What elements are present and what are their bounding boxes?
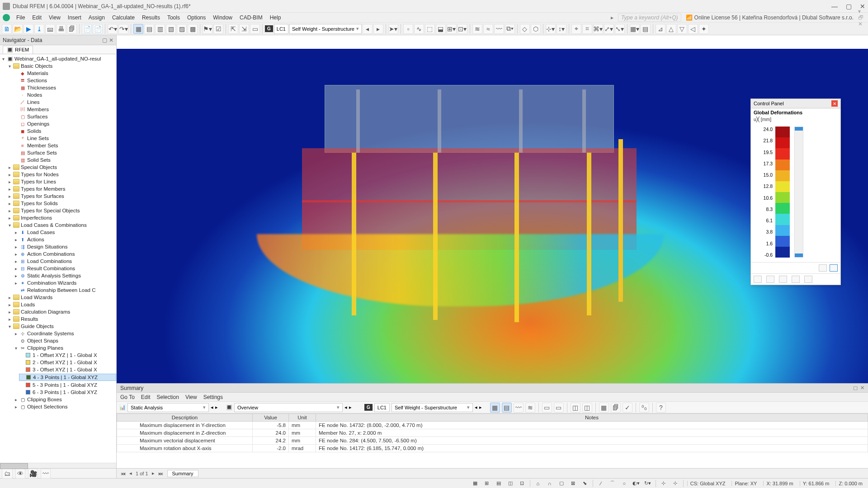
sb3-icon[interactable]: ▤	[495, 480, 503, 487]
sel1-icon[interactable]: ◇	[520, 24, 530, 34]
tree-item[interactable]: ▸Imperfections	[6, 215, 116, 221]
tree-item[interactable]: ▸⬇Load Cases	[13, 229, 116, 235]
tab-rfem[interactable]: 🔳 RFEM	[3, 46, 33, 54]
tree-item[interactable]: ▾Basic Objects	[6, 63, 116, 69]
overview-dropdown[interactable]: Overview▾	[234, 403, 343, 412]
tree-item[interactable]: ▸Special Objects	[6, 164, 116, 170]
sb9-icon[interactable]: ⊠	[569, 480, 577, 487]
res9-icon[interactable]: 〰	[494, 24, 504, 34]
tree-item[interactable]: ▸▢Object Selections	[13, 404, 116, 410]
tree-item[interactable]: ▸Types for Special Objects	[6, 207, 116, 214]
res8-icon[interactable]: ≈	[483, 24, 493, 34]
res1-icon[interactable]: ▫	[403, 24, 413, 34]
flag-icon[interactable]: ⚑▾	[203, 24, 212, 34]
s-lc-tag[interactable]: LC1	[374, 403, 390, 412]
tree-item[interactable]: ▸Results	[6, 316, 116, 322]
menu-help[interactable]: Help	[266, 13, 285, 22]
sb6-icon[interactable]: ⌂	[534, 480, 542, 487]
tree-item[interactable]: ▸Calculation Diagrams	[6, 309, 116, 315]
tree-item[interactable]: ▸⬆Actions	[13, 236, 116, 243]
preview-icon[interactable]: 🖶	[56, 24, 66, 34]
print-icon[interactable]: 🖴	[45, 24, 55, 34]
sb12-icon[interactable]: ⌒	[609, 480, 617, 487]
tree-item[interactable]: 〣Members	[13, 106, 116, 113]
view1-icon[interactable]: ▦	[133, 24, 143, 34]
cursor-icon[interactable]: ➤▾	[388, 24, 398, 34]
tree-item[interactable]: ⇄Relationship Between Load C	[13, 287, 116, 293]
summary-undock-icon[interactable]: ▢	[853, 385, 858, 391]
tree-item[interactable]: ▸⊞Load Combinations	[13, 258, 116, 264]
res4-icon[interactable]: ⬓	[436, 24, 446, 34]
table-row[interactable]: Maximum displacement in Z-direction24.0m…	[117, 429, 868, 437]
tree-item[interactable]: 5 - 3 Points | 1 - Global XYZ	[19, 382, 116, 388]
doc-icon[interactable]: 📄	[82, 24, 92, 34]
view4-icon[interactable]: ▧	[166, 24, 176, 34]
stb5-icon[interactable]: ▭	[542, 403, 552, 413]
tree-item[interactable]: ·Nodes	[13, 92, 116, 98]
summary-menu-go-to[interactable]: Go To	[120, 394, 135, 400]
tree-item[interactable]: ▸Load Wizards	[6, 294, 116, 300]
3d-viewport[interactable]: Control Panel✕ Global Deformations u╳ [m…	[117, 35, 868, 383]
tree-item[interactable]: ◻Openings	[13, 121, 116, 127]
tree-item[interactable]: ▸Loads	[6, 301, 116, 308]
menu-results[interactable]: Results	[138, 13, 164, 22]
res3-icon[interactable]: ⬚	[425, 24, 435, 34]
tree-item[interactable]: ▸Types for Solids	[6, 200, 116, 206]
tree-item[interactable]: ◆Materials	[13, 70, 116, 76]
t5-icon[interactable]: ✦	[699, 24, 709, 34]
tree-item[interactable]: ▥Solid Sets	[13, 157, 116, 163]
tree-item[interactable]: 6 - 3 Points | 1 - Global XYZ	[19, 389, 116, 395]
new-icon[interactable]: 🗎	[2, 24, 12, 34]
menu-tools[interactable]: Tools	[164, 13, 184, 22]
slprev-icon[interactable]: ◂	[475, 404, 477, 410]
tree-item[interactable]: ／Lines	[13, 99, 116, 105]
sb1-icon[interactable]: ▦	[471, 480, 479, 487]
tree-item[interactable]: ▤Surface Sets	[13, 150, 116, 156]
sb2-icon[interactable]: ⊞	[483, 480, 491, 487]
stb3-icon[interactable]: 〰	[514, 403, 524, 413]
sb14-icon[interactable]: ◐▾	[632, 480, 640, 487]
stb12-icon[interactable]: ⁰₀	[639, 403, 649, 413]
tree-item[interactable]: 4 - 3 Points | 1 - Global XYZ	[19, 374, 116, 381]
tree-item[interactable]: ▾🔳Webinar_GA-1_all-updated_NO-resul	[0, 56, 116, 62]
m5-icon[interactable]: ⤡▾	[615, 24, 625, 34]
res7-icon[interactable]: ≋	[472, 24, 482, 34]
check-icon[interactable]: ☑	[213, 24, 223, 34]
search-input[interactable]: Type a keyword (Alt+Q)	[618, 14, 681, 22]
panel-b5-icon[interactable]	[804, 276, 812, 283]
save-icon[interactable]: ▶	[24, 24, 33, 34]
table-row[interactable]: Maximum displacement in Y-direction-5.8m…	[117, 422, 868, 429]
report-icon[interactable]: 🗐	[67, 24, 77, 34]
t3-icon[interactable]: ▽	[677, 24, 687, 34]
tree-item[interactable]: 3 - Offset XYZ | 1 - Global X	[19, 366, 116, 373]
tree-item[interactable]: ▾Guide Objects	[6, 323, 116, 329]
menu-insert[interactable]: Insert	[64, 13, 85, 22]
dim2-icon[interactable]: ⇲	[239, 24, 249, 34]
stb2-icon[interactable]: ▤	[502, 403, 512, 413]
panel-b3-icon[interactable]	[779, 276, 787, 283]
tree-item[interactable]: ▸⊟Result Combinations	[13, 265, 116, 272]
tree-item[interactable]: 〓Sections	[13, 77, 116, 84]
table-row[interactable]: Maximum vectorial displacement24.2mmFE n…	[117, 437, 868, 445]
tree-item[interactable]: ▾✂Clipping Planes	[13, 345, 116, 351]
summary-menu-settings[interactable]: Settings	[203, 394, 223, 400]
analysis-dropdown[interactable]: Static Analysis▾	[127, 403, 209, 412]
stb-help-icon[interactable]: ?	[656, 403, 666, 413]
tree-item[interactable]: ▸⚙Static Analysis Settings	[13, 272, 116, 279]
l1-icon[interactable]: ▦▾	[630, 24, 640, 34]
sb8-icon[interactable]: ▢	[557, 480, 566, 487]
tree-item[interactable]: ▸Types for Members	[6, 186, 116, 192]
t4-icon[interactable]: ◁	[688, 24, 698, 34]
t1-icon[interactable]: ⊿	[656, 24, 665, 34]
menu-edit[interactable]: Edit	[28, 13, 45, 22]
tree-item[interactable]: ▸⊹Coordinate Systems	[13, 330, 116, 337]
sb13-icon[interactable]: ○	[620, 480, 628, 487]
oprev-icon[interactable]: ◂	[344, 404, 347, 410]
res6-icon[interactable]: ⊡▾	[458, 24, 467, 34]
slnext-icon[interactable]: ▸	[479, 404, 482, 410]
stb6-icon[interactable]: ▭	[554, 403, 564, 413]
menu-calculate[interactable]: Calculate	[108, 13, 138, 22]
nav-f1-icon[interactable]: 🗂	[2, 469, 13, 479]
menu-cad-bim[interactable]: CAD-BIM	[236, 13, 266, 22]
sb5-icon[interactable]: ⊡	[518, 480, 526, 487]
